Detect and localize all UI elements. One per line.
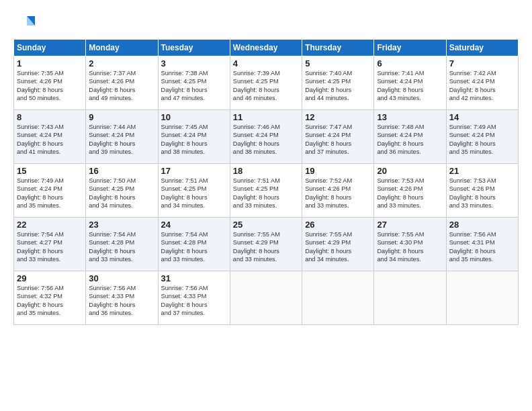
day-number: 28	[449, 220, 515, 230]
cell-line: Daylight: 8 hours	[161, 301, 227, 309]
day-cell: 17Sunrise: 7:51 AMSunset: 4:25 PMDayligh…	[158, 164, 230, 218]
cell-details: Sunrise: 7:56 AMSunset: 4:33 PMDaylight:…	[161, 284, 227, 318]
cell-line: and 34 minutes.	[161, 201, 227, 210]
cell-details: Sunrise: 7:49 AMSunset: 4:24 PMDaylight:…	[17, 177, 83, 210]
day-cell: 14Sunrise: 7:49 AMSunset: 4:24 PMDayligh…	[446, 110, 518, 164]
day-number: 13	[377, 112, 443, 122]
cell-line: and 34 minutes.	[89, 201, 154, 210]
cell-line: and 47 minutes.	[161, 94, 227, 102]
week-row-5: 29Sunrise: 7:56 AMSunset: 4:32 PMDayligh…	[14, 271, 519, 325]
cell-line: and 33 minutes.	[449, 201, 515, 210]
cell-line: and 49 minutes.	[89, 94, 154, 102]
cell-details: Sunrise: 7:43 AMSunset: 4:24 PMDaylight:…	[17, 123, 83, 156]
day-cell: 11Sunrise: 7:46 AMSunset: 4:24 PMDayligh…	[230, 110, 302, 164]
cell-line: Sunset: 4:24 PM	[161, 131, 227, 139]
cell-line: Daylight: 8 hours	[161, 193, 227, 201]
day-cell: 24Sunrise: 7:54 AMSunset: 4:28 PMDayligh…	[158, 218, 230, 271]
cell-line: Sunrise: 7:56 AM	[449, 230, 515, 238]
day-cell: 10Sunrise: 7:45 AMSunset: 4:24 PMDayligh…	[158, 110, 230, 164]
cell-line: and 41 minutes.	[17, 148, 83, 156]
day-cell: 1Sunrise: 7:35 AMSunset: 4:26 PMDaylight…	[14, 56, 86, 110]
cell-details: Sunrise: 7:45 AMSunset: 4:24 PMDaylight:…	[161, 123, 227, 156]
cell-details: Sunrise: 7:44 AMSunset: 4:24 PMDaylight:…	[89, 123, 154, 156]
cell-line: Sunrise: 7:55 AM	[305, 230, 371, 238]
cell-details: Sunrise: 7:51 AMSunset: 4:25 PMDaylight:…	[233, 177, 299, 210]
cell-details: Sunrise: 7:49 AMSunset: 4:24 PMDaylight:…	[449, 123, 515, 156]
day-cell: 8Sunrise: 7:43 AMSunset: 4:24 PMDaylight…	[14, 110, 86, 164]
weekday-header-thursday: Thursday	[302, 40, 374, 56]
cell-line: and 50 minutes.	[17, 94, 83, 102]
cell-line: Sunrise: 7:47 AM	[305, 123, 371, 131]
cell-details: Sunrise: 7:53 AMSunset: 4:26 PMDaylight:…	[377, 177, 443, 210]
day-cell: 16Sunrise: 7:50 AMSunset: 4:25 PMDayligh…	[86, 164, 158, 218]
day-cell: 3Sunrise: 7:38 AMSunset: 4:25 PMDaylight…	[158, 56, 230, 110]
cell-details: Sunrise: 7:56 AMSunset: 4:31 PMDaylight:…	[449, 230, 515, 264]
cell-line: and 34 minutes.	[377, 255, 443, 263]
day-number: 30	[89, 273, 154, 283]
cell-line: Daylight: 8 hours	[233, 193, 299, 201]
cell-details: Sunrise: 7:42 AMSunset: 4:24 PMDaylight:…	[449, 69, 515, 103]
cell-line: Sunset: 4:24 PM	[233, 131, 299, 139]
cell-line: and 35 minutes.	[449, 148, 515, 156]
day-cell: 31Sunrise: 7:56 AMSunset: 4:33 PMDayligh…	[158, 271, 230, 325]
cell-line: Sunrise: 7:48 AM	[377, 123, 443, 131]
cell-line: Sunset: 4:28 PM	[89, 238, 154, 246]
cell-line: Daylight: 8 hours	[161, 86, 227, 94]
cell-line: Sunset: 4:24 PM	[449, 131, 515, 139]
calendar-table: SundayMondayTuesdayWednesdayThursdayFrid…	[13, 39, 519, 325]
cell-line: Sunrise: 7:40 AM	[305, 69, 371, 77]
cell-line: and 39 minutes.	[89, 148, 154, 156]
weekday-header-wednesday: Wednesday	[230, 40, 302, 56]
cell-line: Daylight: 8 hours	[449, 86, 515, 94]
cell-line: Sunrise: 7:37 AM	[89, 69, 154, 77]
cell-line: Sunrise: 7:49 AM	[449, 123, 515, 131]
cell-line: Daylight: 8 hours	[449, 247, 515, 255]
cell-line: Sunset: 4:24 PM	[377, 77, 443, 85]
weekday-header-tuesday: Tuesday	[158, 40, 230, 56]
day-cell: 26Sunrise: 7:55 AMSunset: 4:29 PMDayligh…	[302, 218, 374, 271]
cell-line: Sunrise: 7:53 AM	[449, 177, 515, 185]
cell-line: and 38 minutes.	[161, 148, 227, 156]
day-number: 20	[377, 166, 443, 176]
day-cell: 20Sunrise: 7:53 AMSunset: 4:26 PMDayligh…	[374, 164, 446, 218]
cell-line: Sunset: 4:27 PM	[17, 238, 83, 246]
cell-line: Sunset: 4:31 PM	[449, 238, 515, 246]
cell-details: Sunrise: 7:52 AMSunset: 4:26 PMDaylight:…	[305, 177, 371, 210]
day-number: 10	[161, 112, 227, 122]
cell-line: Daylight: 8 hours	[305, 193, 371, 201]
cell-line: Daylight: 8 hours	[377, 86, 443, 94]
cell-line: Sunset: 4:25 PM	[161, 185, 227, 193]
cell-line: Sunset: 4:33 PM	[89, 292, 154, 300]
week-row-1: 1Sunrise: 7:35 AMSunset: 4:26 PMDaylight…	[14, 56, 519, 110]
cell-details: Sunrise: 7:39 AMSunset: 4:25 PMDaylight:…	[233, 69, 299, 103]
cell-line: Daylight: 8 hours	[17, 140, 83, 148]
cell-line: Sunset: 4:24 PM	[89, 131, 154, 139]
cell-line: Sunset: 4:26 PM	[305, 185, 371, 193]
cell-line: Sunrise: 7:42 AM	[449, 69, 515, 77]
cell-line: Sunset: 4:25 PM	[305, 77, 371, 85]
day-number: 24	[161, 220, 227, 230]
day-cell: 7Sunrise: 7:42 AMSunset: 4:24 PMDaylight…	[446, 56, 518, 110]
cell-details: Sunrise: 7:55 AMSunset: 4:29 PMDaylight:…	[305, 230, 371, 264]
cell-line: and 36 minutes.	[377, 148, 443, 156]
cell-line: and 43 minutes.	[377, 94, 443, 102]
cell-line: Sunset: 4:33 PM	[161, 292, 227, 300]
cell-details: Sunrise: 7:47 AMSunset: 4:24 PMDaylight:…	[305, 123, 371, 156]
day-number: 6	[377, 58, 443, 68]
day-cell: 21Sunrise: 7:53 AMSunset: 4:26 PMDayligh…	[446, 164, 518, 218]
weekday-header-saturday: Saturday	[446, 40, 518, 56]
day-number: 21	[449, 166, 515, 176]
cell-line: and 38 minutes.	[233, 148, 299, 156]
day-number: 16	[89, 166, 154, 176]
cell-line: and 46 minutes.	[233, 94, 299, 102]
cell-line: Sunrise: 7:50 AM	[89, 177, 154, 185]
cell-line: Daylight: 8 hours	[305, 86, 371, 94]
cell-line: Daylight: 8 hours	[161, 247, 227, 255]
cell-line: Daylight: 8 hours	[17, 86, 83, 94]
cell-details: Sunrise: 7:56 AMSunset: 4:32 PMDaylight:…	[17, 284, 83, 318]
day-number: 17	[161, 166, 227, 176]
weekday-header-monday: Monday	[86, 40, 158, 56]
day-number: 1	[17, 58, 83, 68]
day-cell: 15Sunrise: 7:49 AMSunset: 4:24 PMDayligh…	[14, 164, 86, 218]
cell-line: and 33 minutes.	[233, 255, 299, 263]
